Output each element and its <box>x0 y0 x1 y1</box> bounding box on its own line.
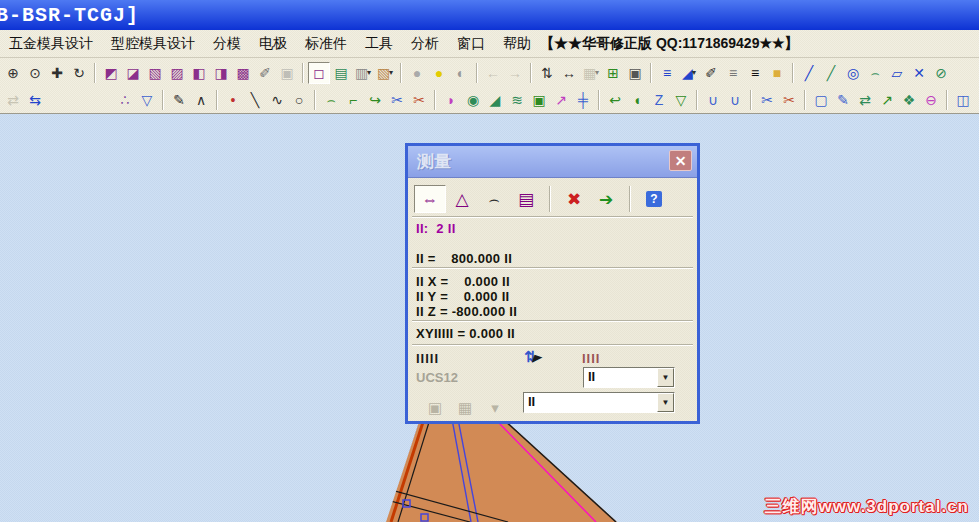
image-capture-icon[interactable]: ▣ <box>420 396 450 418</box>
measure-mode-combobox[interactable]: II ▼ <box>583 367 675 388</box>
close-icon[interactable]: ✕ <box>669 150 692 171</box>
divide-tool-icon[interactable]: ⊘ <box>930 62 952 84</box>
part-navigator-icon[interactable]: ▣ <box>624 62 646 84</box>
menu-help[interactable]: 帮助 <box>494 33 540 55</box>
hidden-edges-icon-dropdown[interactable]: ▾ <box>367 69 371 77</box>
highlight-pick-icon[interactable]: ◐ <box>450 62 472 84</box>
menu-electrode[interactable]: 电极 <box>250 33 296 55</box>
measure-radius-tab[interactable]: ⌢ <box>478 185 510 213</box>
loft-icon[interactable]: Z <box>648 89 670 111</box>
top-view-icon[interactable]: ▨ <box>166 62 188 84</box>
swap-window-icon[interactable]: ⇅ <box>536 62 558 84</box>
selection-filter-icon[interactable]: ▽ <box>136 89 158 111</box>
bridge-curve-icon[interactable]: ⌢ <box>320 89 342 111</box>
trim-curve-icon[interactable]: ✂ <box>386 89 408 111</box>
clear-measure-button[interactable]: ✖ <box>558 185 590 213</box>
material-icon[interactable]: ■ <box>766 62 788 84</box>
snap-type-value[interactable]: II <box>524 393 657 412</box>
menu-tools[interactable]: 工具 <box>356 33 402 55</box>
ripple-surface-icon[interactable]: ≋ <box>506 89 528 111</box>
line-tool-icon[interactable]: ╱ <box>798 62 820 84</box>
polyline-tool-icon[interactable]: ╱ <box>820 62 842 84</box>
shell-pattern-icon[interactable]: ∪ <box>724 89 746 111</box>
lock-view-icon[interactable]: ▣ <box>276 62 298 84</box>
trimetric-view-icon[interactable]: ▧ <box>144 62 166 84</box>
edit-object-icon[interactable]: ✎ <box>832 89 854 111</box>
wireframe-display-icon[interactable]: ▤ <box>330 62 352 84</box>
line-style-icon[interactable]: ≡ <box>722 62 744 84</box>
measure-dialog-titlebar[interactable]: 测量 ✕ <box>408 146 697 178</box>
snap-type-combobox[interactable]: II ▼ <box>523 392 675 413</box>
front-view-icon[interactable]: ◧ <box>188 62 210 84</box>
measure-distance-tab[interactable]: ⇔ <box>414 185 446 213</box>
menu-window[interactable]: 窗口 <box>448 33 494 55</box>
shaded-view-icon[interactable]: ◩ <box>100 62 122 84</box>
zoom-icon[interactable]: ⊙ <box>24 62 46 84</box>
corner-curve-icon[interactable]: ⌐ <box>342 89 364 111</box>
revolve-icon[interactable]: ◖ <box>626 89 648 111</box>
arc-tool-icon[interactable]: ⌢ <box>864 62 886 84</box>
trim-sheet-icon[interactable]: ✂ <box>756 89 778 111</box>
sew-icon[interactable]: ⊖ <box>920 89 942 111</box>
shaded-display-icon[interactable]: ◻ <box>308 62 330 84</box>
reorder-icon[interactable]: ⇆ <box>24 89 46 111</box>
layer-settings-icon[interactable]: ≡ <box>656 62 678 84</box>
swap-faces-icon[interactable]: ⇄ <box>854 89 876 111</box>
measure-tool-icon[interactable]: ↔ <box>558 62 580 84</box>
ruled-surface-icon[interactable]: ◢ <box>484 89 506 111</box>
edit-view-icon[interactable]: ✐ <box>254 62 276 84</box>
export-measure-button[interactable]: ➔ <box>590 185 622 213</box>
line-width-icon[interactable]: ≡ <box>744 62 766 84</box>
sphere-surface-icon[interactable]: ◉ <box>462 89 484 111</box>
menu-parting[interactable]: 分模 <box>204 33 250 55</box>
chamfer-tool-icon[interactable]: ▱ <box>886 62 908 84</box>
point-constructor-icon[interactable]: ∴ <box>114 89 136 111</box>
menu-hardware-mold-design[interactable]: 五金模具设计 <box>0 33 102 55</box>
highlight-off-icon[interactable]: ● <box>406 62 428 84</box>
datum-axis-icon[interactable]: ↗ <box>550 89 572 111</box>
pattern-icon[interactable]: ▦▾ <box>580 62 602 84</box>
bounded-plane-icon[interactable]: ▣ <box>528 89 550 111</box>
circle-tool-icon[interactable]: ◎ <box>842 62 864 84</box>
window-titlebar[interactable]: B-BSR-TCGJ] <box>0 0 979 30</box>
split-sheet-icon[interactable]: ✂ <box>778 89 800 111</box>
menu-analysis[interactable]: 分析 <box>402 33 448 55</box>
move-object-icon[interactable]: ▢ <box>810 89 832 111</box>
funnel-surface-icon[interactable]: ▽ <box>670 89 692 111</box>
profile-icon[interactable]: ∧ <box>190 89 212 111</box>
rotate-view-icon[interactable]: ↻ <box>68 62 90 84</box>
point-icon[interactable]: • <box>222 89 244 111</box>
break-curve-icon[interactable]: ✂ <box>408 89 430 111</box>
tube-icon[interactable]: ╪ <box>572 89 594 111</box>
more-options-icon[interactable]: ▾ <box>480 396 510 418</box>
new-part-icon[interactable]: ⊞ <box>602 62 624 84</box>
deform-icon[interactable]: ❖ <box>898 89 920 111</box>
chevron-down-icon[interactable]: ▼ <box>657 393 674 412</box>
eyedropper-icon[interactable]: ✐ <box>700 62 722 84</box>
line-icon[interactable]: ╲ <box>244 89 266 111</box>
measure-angle-tab[interactable]: △ <box>446 185 478 213</box>
flange-icon[interactable]: ↩ <box>604 89 626 111</box>
menu-cavity-mold-design[interactable]: 型腔模具设计 <box>102 33 204 55</box>
stamp-icon[interactable]: ▦ <box>450 396 480 418</box>
extend-curve-icon[interactable]: ↪ <box>364 89 386 111</box>
object-color-icon[interactable]: ◢▾ <box>678 62 700 84</box>
object-color-icon-dropdown[interactable]: ▾ <box>692 69 696 77</box>
redo-view-icon[interactable]: → <box>504 62 526 84</box>
measure-list-tab[interactable]: ▤ <box>510 185 542 213</box>
section-display-icon[interactable]: ▧▾ <box>374 62 396 84</box>
transform-icon[interactable]: ⇄ <box>2 89 24 111</box>
menu-standard-parts[interactable]: 标准件 <box>296 33 356 55</box>
pan-icon[interactable]: ✚ <box>46 62 68 84</box>
measure-help-button[interactable]: ? <box>638 185 670 213</box>
trim-tool-icon[interactable]: ✕ <box>908 62 930 84</box>
pattern-icon-dropdown[interactable]: ▾ <box>595 69 599 77</box>
chevron-down-icon[interactable]: ▼ <box>657 368 674 387</box>
right-view-icon[interactable]: ◨ <box>210 62 232 84</box>
back-view-icon[interactable]: ▩ <box>232 62 254 84</box>
sketch-icon[interactable]: ✎ <box>168 89 190 111</box>
measure-mode-value[interactable]: II <box>584 368 657 387</box>
swept-surface-icon[interactable]: ◗ <box>440 89 462 111</box>
hidden-edges-icon[interactable]: ▥▾ <box>352 62 374 84</box>
spline-icon[interactable]: ∿ <box>266 89 288 111</box>
